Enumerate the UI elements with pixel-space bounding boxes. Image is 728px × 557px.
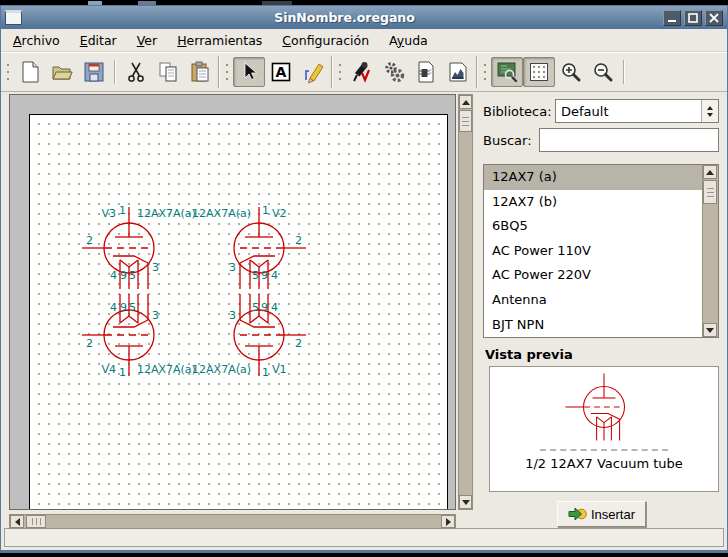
canvas-hscrollbar[interactable] [9,514,456,529]
copy-icon [156,60,180,84]
scroll-down-button[interactable] [459,495,472,509]
grid-toggle-button[interactable] [523,57,555,87]
schematic-canvas-viewport[interactable]: V3112AX7A(a)2495312AX7A(a)1V22359449532V… [9,94,456,510]
pin-label: 2 [295,337,302,350]
toolbar-grip[interactable] [483,60,488,84]
pin-label: 3 [152,309,159,322]
menu-editar[interactable]: Editar [70,30,127,51]
list-scrollbar[interactable] [702,165,718,337]
parts-list[interactable]: 12AX7 (a) 12AX7 (b) 6BQ5 AC Power 110V A… [484,165,702,337]
toolbar-separator [476,56,478,88]
pin-label: 1 [262,366,269,379]
zoom-out-button[interactable] [587,57,619,87]
scroll-up-button[interactable] [703,165,717,179]
preview-divider [540,449,668,451]
toolbar-grip[interactable] [6,60,11,84]
scroll-right-button[interactable] [441,515,455,528]
preview-title: Vista previa [485,347,723,362]
maximize-icon [688,13,698,23]
thumb-grip [462,117,469,126]
scroll-up-button[interactable] [459,95,472,109]
list-item[interactable]: 6BQ5 [484,214,702,239]
list-item[interactable]: Antenna [484,288,702,313]
pin-label: 9 [120,269,127,282]
menu-archivo[interactable]: Archivo [3,30,70,51]
list-item[interactable]: AC Power 220V [484,263,702,288]
scroll-left-button[interactable] [10,515,24,528]
window-menu-icon[interactable] [5,10,22,25]
pin-label: V1 [272,363,287,376]
menu-ayuda[interactable]: Ayuda [379,30,438,51]
pin-label: 2 [295,234,302,247]
search-label: Buscar: [480,133,539,148]
library-label: Biblioteca: [480,104,555,119]
paste-button[interactable] [184,57,216,87]
list-item[interactable]: BJT NPN [484,313,702,337]
preview-symbol [490,367,718,447]
toolbar-separator [114,60,116,84]
scroll-down-button[interactable] [703,323,717,337]
maximize-button[interactable] [684,10,702,26]
schematic-sheet[interactable]: V3112AX7A(a)2495312AX7A(a)1V22359449532V… [29,114,448,510]
window-title: SinNombre.oregano [26,10,663,25]
schematic-svg[interactable]: V3112AX7A(a)2495312AX7A(a)1V22359449532V… [30,115,447,510]
library-combo[interactable]: Default [555,99,719,123]
pin-label: V2 [272,207,287,220]
close-icon [709,13,719,23]
zoom-in-icon [559,60,583,84]
pin-label: 5 [129,269,136,282]
save-button[interactable] [78,57,110,87]
search-input[interactable] [539,128,719,152]
parts-browser-button[interactable] [491,57,523,87]
grid-toggle-icon [527,60,551,84]
new-button[interactable] [14,57,46,87]
insert-button-label: Insertar [591,507,635,522]
toolbar-grip[interactable] [225,60,230,84]
menu-ver[interactable]: Ver [127,30,167,51]
pin-label: 3 [152,261,159,274]
insert-button[interactable]: Insertar [557,501,646,527]
zoom-in-button[interactable] [555,57,587,87]
minimize-button[interactable] [663,10,681,26]
arrow-down-icon [462,500,470,505]
canvas-vscrollbar[interactable] [458,94,473,510]
list-item[interactable]: 12AX7 (a) [484,165,702,190]
close-button[interactable] [705,10,723,26]
toolbar-grip[interactable] [338,60,343,84]
wire-tool-button[interactable] [297,57,329,87]
hscrollbar-thumb[interactable] [26,515,46,528]
wire-pencil-icon [301,60,325,84]
copy-button[interactable] [152,57,184,87]
simulate-button[interactable] [378,57,410,87]
preview-caption: 1/2 12AX7 Vacuum tube [525,456,683,471]
netlist-button[interactable] [410,57,442,87]
titlebar[interactable]: SinNombre.oregano [1,6,727,29]
pin-label: 3 [229,261,236,274]
vscrollbar-thumb[interactable] [459,110,472,132]
toolbar-separator [331,56,333,88]
combo-spinner[interactable] [701,100,718,122]
pin-label: 12AX7A(a) [192,363,251,376]
pin-label: 5 [252,301,259,314]
pin-label: 5 [129,301,136,314]
pin-label: 9 [261,301,268,314]
parts-panel: Biblioteca: Default Buscar: 1 [480,94,723,532]
open-folder-icon [50,60,74,84]
plot-button[interactable] [442,57,474,87]
pin-label: V4 [101,363,116,376]
list-scrollbar-thumb[interactable] [703,180,717,204]
probe-button[interactable] [346,57,378,87]
pin-label: 4 [271,301,278,314]
pin-label: 4 [271,269,278,282]
list-item[interactable]: AC Power 110V [484,239,702,264]
part-browser-icon [495,60,519,84]
spin-up-icon [707,106,713,110]
open-button[interactable] [46,57,78,87]
list-item[interactable]: 12AX7 (b) [484,190,702,215]
insert-jump-icon [568,506,587,522]
cut-button[interactable] [120,57,152,87]
text-tool-button[interactable]: A [265,57,297,87]
select-tool-button[interactable] [233,57,265,87]
menu-configuracion[interactable]: Configuración [272,30,379,51]
menu-herramientas[interactable]: Herramientas [167,30,272,51]
